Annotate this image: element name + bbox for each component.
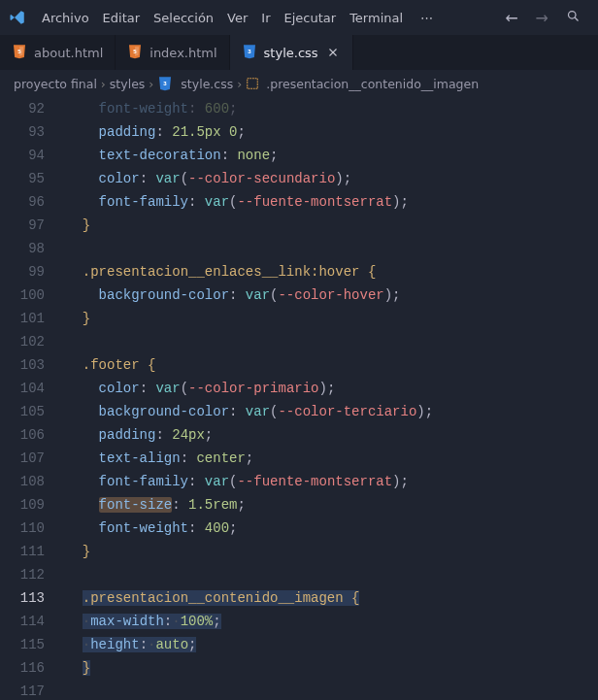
code-line[interactable]: ·max-width:·100%; — [66, 610, 598, 633]
line-number: 115 — [0, 633, 45, 656]
code-line[interactable]: text-align: center; — [66, 447, 598, 470]
code-line[interactable]: background-color: var(--color-hover); — [66, 283, 598, 307]
tab-label: about.html — [34, 46, 103, 60]
line-number: 104 — [0, 377, 45, 400]
menu-item-ejecutar[interactable]: Ejecutar — [278, 7, 344, 29]
menu-bar: ArchivoEditarSelecciónVerIrEjecutarTermi… — [35, 7, 410, 29]
svg-rect-8 — [248, 79, 258, 89]
code-line[interactable]: font-weight: 400; — [66, 517, 598, 540]
tab-about-html[interactable]: 5about.html — [0, 35, 116, 70]
code-line[interactable]: font-size: 1.5rem; — [66, 493, 598, 517]
code-line[interactable]: } — [66, 540, 598, 563]
close-icon[interactable] — [325, 45, 341, 60]
menu-item-editar[interactable]: Editar — [96, 7, 148, 29]
line-number: 106 — [0, 423, 45, 447]
code-line[interactable]: padding: 21.5px 0; — [66, 120, 598, 144]
code-line[interactable]: } — [66, 307, 598, 330]
menu-overflow-icon[interactable]: ⋯ — [414, 7, 442, 29]
code-line[interactable]: .presentacion__enlaces__link:hover { — [66, 260, 598, 283]
breadcrumb-part[interactable]: styles — [110, 77, 146, 91]
line-number: 105 — [0, 400, 45, 423]
line-number: 103 — [0, 353, 45, 377]
breadcrumb-part[interactable]: style.css — [181, 77, 233, 91]
nav-back-icon[interactable]: ← — [505, 9, 517, 27]
code-line[interactable]: color: var(--color-primario); — [66, 377, 598, 400]
line-number: 96 — [0, 190, 45, 214]
line-number: 116 — [0, 656, 45, 680]
line-number: 100 — [0, 283, 45, 307]
code-editor[interactable]: 9293949596979899100101102103104105106107… — [0, 97, 598, 700]
code-area[interactable]: font-weight: 600; padding: 21.5px 0; tex… — [66, 97, 598, 700]
nav-forward-icon[interactable]: → — [536, 9, 548, 27]
menu-item-ver[interactable]: Ver — [220, 7, 254, 29]
code-line[interactable]: .footer { — [66, 353, 598, 377]
line-number: 99 — [0, 260, 45, 283]
line-number: 114 — [0, 610, 45, 633]
line-number: 102 — [0, 330, 45, 353]
code-line[interactable] — [66, 237, 598, 260]
line-number: 98 — [0, 237, 45, 260]
line-number: 94 — [0, 144, 45, 167]
code-line[interactable] — [66, 563, 598, 586]
code-line[interactable]: .presentacion__contenido__imagen { — [66, 586, 598, 610]
title-bar: ArchivoEditarSelecciónVerIrEjecutarTermi… — [0, 0, 598, 35]
line-number: 109 — [0, 493, 45, 517]
breadcrumb-part[interactable]: .presentacion__contenido__imagen — [266, 77, 479, 91]
tab-index-html[interactable]: 5index.html — [116, 35, 229, 70]
chevron-right-icon: › — [101, 77, 106, 91]
line-number: 112 — [0, 563, 45, 586]
tab-label: style.css — [264, 46, 318, 60]
chevron-right-icon: › — [149, 77, 153, 91]
chevron-right-icon: › — [237, 77, 242, 91]
svg-point-0 — [569, 12, 577, 19]
line-number: 97 — [0, 214, 45, 237]
code-line[interactable]: font-family: var(--fuente-montserrat); — [66, 470, 598, 493]
tab-bar: 5about.html5index.html3style.css — [0, 35, 598, 70]
line-number: 111 — [0, 540, 45, 563]
breadcrumb[interactable]: proyecto final › styles › 3style.css › .… — [0, 70, 598, 97]
code-line[interactable]: } — [66, 656, 598, 680]
code-line[interactable]: text-decoration: none; — [66, 144, 598, 167]
code-line[interactable]: color: var(--color-secundario); — [66, 167, 598, 190]
css-file-icon: 3 — [157, 76, 173, 91]
code-line[interactable]: background-color: var(--color-terciario)… — [66, 400, 598, 423]
symbol-icon — [246, 77, 259, 90]
code-line[interactable]: font-family: var(--fuente-montserrat); — [66, 190, 598, 214]
code-line[interactable]: padding: 24px; — [66, 423, 598, 447]
code-line[interactable]: } — [66, 214, 598, 237]
html-file-icon: 5 — [12, 44, 27, 62]
svg-line-1 — [575, 17, 578, 20]
search-icon[interactable] — [566, 9, 581, 26]
line-number: 108 — [0, 470, 45, 493]
code-line[interactable] — [66, 680, 598, 700]
line-number: 95 — [0, 167, 45, 190]
menu-item-archivo[interactable]: Archivo — [35, 7, 96, 29]
tab-style-css[interactable]: 3style.css — [230, 35, 353, 70]
line-number: 107 — [0, 447, 45, 470]
line-number: 101 — [0, 307, 45, 330]
breadcrumb-part[interactable]: proyecto final — [14, 77, 97, 91]
vscode-logo-icon — [8, 8, 27, 27]
gutter: 9293949596979899100101102103104105106107… — [0, 97, 66, 700]
code-line[interactable] — [66, 330, 598, 353]
tab-label: index.html — [150, 46, 216, 60]
menu-item-ir[interactable]: Ir — [254, 7, 277, 29]
line-number: 93 — [0, 120, 45, 144]
title-nav: ← → — [505, 9, 590, 27]
menu-item-terminal[interactable]: Terminal — [343, 7, 410, 29]
menu-item-selección[interactable]: Selección — [147, 7, 220, 29]
line-number: 117 — [0, 680, 45, 700]
line-number: 113 — [0, 586, 45, 610]
code-line[interactable]: ·height:·auto; — [66, 633, 598, 656]
line-number: 110 — [0, 517, 45, 540]
line-number: 92 — [0, 97, 45, 120]
css-file-icon: 3 — [242, 44, 257, 62]
code-line[interactable]: font-weight: 600; — [66, 97, 598, 120]
html-file-icon: 5 — [127, 44, 143, 62]
